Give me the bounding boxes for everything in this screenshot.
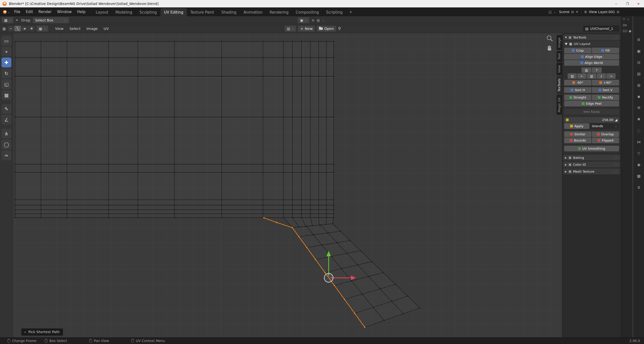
- tool-scale[interactable]: ◱: [2, 79, 11, 89]
- tab-rendering[interactable]: Rendering: [266, 8, 292, 16]
- menu-file[interactable]: File: [11, 7, 23, 16]
- scene-name[interactable]: Scene: [559, 10, 570, 14]
- select-mode-face[interactable]: ▰: [21, 26, 28, 31]
- tab-texture-paint[interactable]: Texture Paint: [187, 8, 218, 16]
- gizmo-center-ring[interactable]: [324, 273, 333, 282]
- pan-hand-icon[interactable]: [546, 44, 554, 53]
- tool-grab[interactable]: ◯: [2, 140, 11, 149]
- properties-tab-view-layer-icon[interactable]: ▤: [637, 72, 640, 76]
- texel-density-field[interactable]: 256.00 ◢: [564, 117, 619, 123]
- align-middle-button[interactable]: ▥: [587, 73, 596, 79]
- straight-button[interactable]: Straight: [564, 95, 591, 100]
- align-center-h-button[interactable]: ▤: [568, 73, 577, 79]
- edge-peel-button[interactable]: Edge Peel: [564, 101, 619, 106]
- select-mode-vertex[interactable]: ∙: [8, 26, 14, 31]
- pivot-point-dropdown[interactable]: ▣ ⌄: [298, 17, 309, 23]
- properties-tab-tool-icon[interactable]: ⚙: [637, 37, 640, 42]
- chevron-down-icon[interactable]: ⌄: [554, 10, 556, 13]
- tool-move[interactable]: ✚: [2, 57, 11, 67]
- search-icon[interactable]: ⌕: [627, 17, 629, 21]
- tool-rip-region[interactable]: ⋔: [2, 129, 11, 139]
- panel-grip-icon[interactable]: :::: [614, 170, 618, 173]
- align-edge-button[interactable]: Align Edge: [564, 54, 619, 59]
- align-down-button[interactable]: ↓: [597, 73, 606, 79]
- proportional-edit-icon[interactable]: ◎: [317, 18, 320, 22]
- rotate-ccw-button[interactable]: -90°: [564, 80, 591, 85]
- select-similar-button[interactable]: Similar: [564, 131, 591, 137]
- rectify-button[interactable]: Rectify: [592, 95, 619, 100]
- iron-faces-button[interactable]: Iron Faces: [564, 109, 619, 115]
- collection-label[interactable]: Us: [623, 23, 627, 27]
- panel-grip-icon[interactable]: :::: [614, 156, 618, 159]
- paint-mode-icon[interactable]: ▧: [2, 27, 6, 31]
- menu-uv[interactable]: UV: [100, 27, 112, 31]
- properties-tab-data-icon[interactable]: ▽: [637, 151, 640, 156]
- mesh-texture-panel-header[interactable]: ▶ ▦ Mesh Texture :::: [563, 168, 620, 174]
- new-view-layer-icon[interactable]: ⧉: [617, 10, 619, 14]
- tab-shading[interactable]: Shading: [218, 8, 240, 16]
- properties-tab-modifiers-icon[interactable]: ⚒: [637, 106, 640, 110]
- sidebar-tab-magic-uv[interactable]: Magic UV: [556, 95, 562, 115]
- uv-smoothing-button[interactable]: UV Smoothing: [564, 146, 619, 151]
- uv-layout-header[interactable]: ▼ ▦ UV Layout: [563, 41, 620, 46]
- properties-tab-particles-icon[interactable]: ✱: [637, 117, 640, 121]
- menu-view[interactable]: View: [52, 27, 66, 31]
- rotate-cw-button[interactable]: +90°: [592, 80, 619, 85]
- tool-measure[interactable]: ∠: [2, 115, 11, 125]
- align-world-button[interactable]: Align World: [564, 60, 619, 66]
- select-mode-edge[interactable]: ╲: [14, 26, 21, 31]
- new-image-button[interactable]: + New: [298, 26, 315, 32]
- menu-window[interactable]: Window: [54, 7, 74, 16]
- visibility-eye-icon[interactable]: ◉: [628, 29, 631, 33]
- tool-select-box[interactable]: ▭: [2, 36, 11, 46]
- editor-type-dropdown[interactable]: ▦ ⌄: [2, 17, 13, 23]
- chevron-down-icon[interactable]: ⌄: [8, 10, 10, 13]
- align-center-v-button[interactable]: ▥: [582, 67, 591, 73]
- panel-grip-icon[interactable]: :::: [614, 163, 618, 166]
- properties-tab-texture-icon[interactable]: ▩: [637, 174, 640, 178]
- unlink-scene-icon[interactable]: ✕: [576, 10, 578, 14]
- view-layer-name[interactable]: View Layer.001: [589, 10, 615, 14]
- tab-compositing[interactable]: Compositing: [292, 8, 323, 16]
- islands-dropdown[interactable]: Islands ⌄: [590, 123, 619, 129]
- tab-sculpting[interactable]: Sculpting: [136, 8, 160, 16]
- properties-tab-scene-icon[interactable]: ≣: [637, 185, 640, 190]
- properties-tab-render-icon[interactable]: ▣: [637, 49, 640, 53]
- baking-panel-header[interactable]: ▶ ▦ Baking :::: [563, 155, 620, 161]
- properties-tab-material-icon[interactable]: ◉: [637, 162, 640, 167]
- color-id-panel-header[interactable]: ▶ ▦ Color ID :::: [563, 161, 620, 167]
- tool-annotate[interactable]: ✎: [2, 104, 11, 114]
- properties-tab-constraints-icon[interactable]: ⋈: [637, 140, 641, 144]
- menu-select[interactable]: Select: [66, 27, 84, 31]
- properties-tab-output-icon[interactable]: ⊟: [637, 60, 640, 65]
- crop-button[interactable]: Crop: [564, 48, 591, 53]
- sidebar-tab-image[interactable]: Image: [556, 35, 562, 50]
- minimize-button[interactable]: ─: [611, 0, 622, 7]
- menu-render[interactable]: Render: [36, 7, 54, 16]
- eyedropper-icon[interactable]: ◢: [615, 118, 617, 122]
- menu-image[interactable]: Image: [84, 27, 100, 31]
- select-mode-island[interactable]: ❖: [28, 26, 35, 31]
- drag-mode-dropdown[interactable]: Select Box ⌄: [33, 17, 69, 23]
- snap-magnet-icon[interactable]: ∩: [312, 18, 314, 22]
- properties-tab-world-icon[interactable]: ◍: [637, 83, 640, 87]
- image-browse-dropdown[interactable]: ▤ ⌄: [285, 26, 296, 32]
- sidebar-tab-view[interactable]: View: [556, 63, 562, 75]
- tab-modeling[interactable]: Modeling: [112, 8, 136, 16]
- align-up-button[interactable]: ↑: [592, 67, 602, 73]
- align-right-button[interactable]: →: [606, 73, 616, 79]
- new-scene-icon[interactable]: ⧉: [571, 10, 574, 14]
- sticky-select-dropdown[interactable]: ▦ ⌄: [36, 26, 48, 32]
- panel-grip-icon[interactable]: :::: [614, 35, 618, 39]
- maximize-button[interactable]: ❐: [622, 0, 633, 7]
- tab-uv-editing[interactable]: UV Editing: [160, 8, 186, 16]
- tool-rotate[interactable]: ↻: [2, 68, 11, 78]
- properties-tab-physics-icon[interactable]: ◌: [637, 128, 640, 133]
- apply-button[interactable]: Apply: [564, 123, 590, 129]
- filter-icon[interactable]: ▽: [623, 17, 625, 21]
- sort-v-button[interactable]: Sort V: [592, 87, 619, 93]
- tab-scripting[interactable]: Scripting: [323, 8, 346, 16]
- open-image-button[interactable]: Open: [317, 26, 336, 32]
- tab-layout[interactable]: Layout: [92, 8, 112, 16]
- sidebar-tab-textools[interactable]: TexTools: [556, 76, 562, 94]
